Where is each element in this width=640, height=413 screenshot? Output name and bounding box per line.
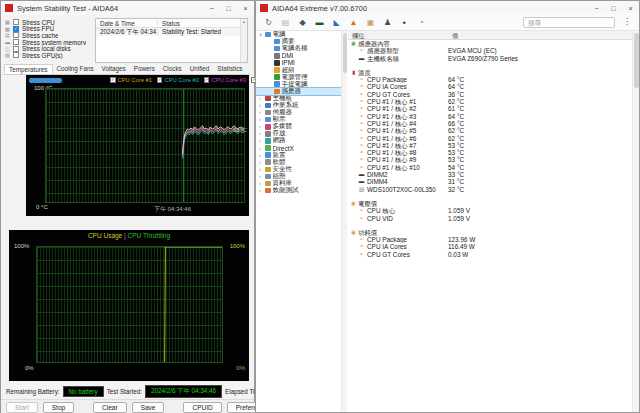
graph-hscrollbar-thumb[interactable]	[29, 78, 62, 83]
stress-checkbox[interactable]	[13, 46, 19, 52]
tab-voltages[interactable]: Voltages	[98, 64, 130, 74]
tree-item[interactable]: ›資料庫	[256, 180, 341, 187]
minimize-button[interactable]: −	[588, 1, 605, 15]
sensor-row[interactable]: ≈CPU IA Cores64 °C	[348, 83, 632, 90]
search-input[interactable]	[523, 17, 615, 28]
event-row[interactable]: 2024/2/6 下午 04:34… Stability Test: Start…	[96, 28, 247, 36]
tree-item[interactable]: ›裝置	[256, 152, 341, 159]
stress-checkbox[interactable]	[13, 32, 19, 38]
sensor-row[interactable]: ≈CPU Package64 °C	[348, 76, 632, 83]
sensor-row[interactable]: ≈CPU #1 / 核心 #662 °C	[348, 135, 632, 142]
maximize-button[interactable]: □	[605, 1, 622, 15]
refresh-icon[interactable]: ↻	[263, 18, 274, 27]
sensor-row[interactable]: ≈CPU GT Cores36 °C	[348, 91, 632, 98]
sensor-row[interactable]: ≈CPU #1 / 核心 #466 °C	[348, 120, 632, 127]
sensor-row[interactable]: ≈CPU #1 / 核心 #364 °C	[348, 113, 632, 120]
tree-item[interactable]: ›網路	[256, 137, 341, 144]
section-header-row[interactable]: ▮溫度	[348, 69, 632, 76]
tree-item[interactable]: ›伺服器	[256, 109, 341, 116]
gauge-icon[interactable]: ◔	[416, 18, 427, 27]
tree-item[interactable]: ›效能測試	[256, 187, 341, 194]
legend-checkbox[interactable]: ✓	[204, 77, 210, 83]
tree-scrollbar-thumb[interactable]	[343, 33, 347, 73]
sensor-row[interactable]: ≈CPU IA Cores116.49 W	[348, 243, 632, 250]
tree-item[interactable]: ›主機板	[256, 95, 341, 102]
overflow-menu-icon[interactable]: ⋮	[623, 17, 631, 26]
screenshot-icon[interactable]: ▪	[399, 18, 410, 27]
tree-item[interactable]: ∨電腦	[256, 31, 341, 38]
tab-statistics[interactable]: Statistics	[213, 64, 246, 74]
clear-button[interactable]: Clear	[93, 402, 127, 413]
save-button[interactable]: Save	[132, 402, 165, 413]
sensor-row[interactable]: ≈CPU VID1.059 V	[348, 215, 632, 222]
tree-item[interactable]: ›安全性	[256, 166, 341, 173]
stress-checkbox[interactable]	[13, 39, 19, 45]
event-table-scrollbar[interactable]: ▲	[240, 19, 247, 62]
stress-option-row[interactable]: ▦Stress CPU	[5, 19, 93, 26]
close-button[interactable]: ×	[622, 1, 639, 15]
fpu-icon: ▩	[5, 26, 13, 32]
sensor-row[interactable]: ≈CPU #1 / 核心 #953 °C	[348, 156, 632, 163]
stress-option-row[interactable]: ▤Stress cache	[5, 32, 93, 39]
tree-item[interactable]: ›軟體	[256, 159, 341, 166]
tree-item[interactable]: ›多媒體	[256, 123, 341, 130]
tab-unified[interactable]: Unified	[186, 64, 214, 74]
sensor-row[interactable]: ≈CPU #1 / 核心 #753 °C	[348, 142, 632, 149]
tree-item[interactable]: ›DirectX	[256, 145, 341, 152]
tree-item[interactable]: IPMI	[256, 59, 341, 66]
panel-scrollbar-thumb[interactable]	[634, 33, 639, 88]
stop-button[interactable]: Stop	[43, 402, 74, 413]
sensor-row[interactable]: ≈CPU #1 / 核心 #162 °C	[348, 98, 632, 105]
stress-checkbox[interactable]	[13, 52, 19, 58]
sensor-row[interactable]: ≈CPU #1 / 核心 #853 °C	[348, 149, 632, 156]
tree-item[interactable]: 電腦名稱	[256, 45, 341, 52]
section-header-row[interactable]: ◉感應器內容	[348, 40, 632, 47]
sensor-row[interactable]: ▤WDS100T2X0C-00L35032 °C	[348, 186, 632, 193]
sensor-row[interactable]: ≈CPU GT Cores0.03 W	[348, 251, 632, 258]
monitor-panel-icon[interactable]: ▬	[314, 18, 325, 27]
tree-scrollbar[interactable]	[341, 31, 347, 412]
maximize-button[interactable]: □	[220, 1, 237, 15]
stress-option-row[interactable]: ▩✓Stress FPU	[5, 26, 93, 33]
tree-item[interactable]: ›顯示	[256, 116, 341, 123]
tree-item[interactable]: ›存放	[256, 130, 341, 137]
stress-checkbox[interactable]	[13, 19, 19, 25]
tree-item[interactable]: ›組態	[256, 173, 341, 180]
tree-item[interactable]: 感應器	[256, 88, 341, 95]
tab-powers[interactable]: Powers	[130, 64, 159, 74]
sensor-row[interactable]: ≈感應器類型EVGA MCU (EC)	[348, 47, 632, 54]
tree-item[interactable]: ›作業系統	[256, 102, 341, 109]
minimize-button[interactable]: −	[203, 1, 220, 15]
pointer-icon[interactable]: ◣	[331, 18, 342, 27]
tree-item[interactable]: DMI	[256, 52, 341, 59]
panel-scrollbar[interactable]	[632, 31, 639, 412]
section-header-row[interactable]: ◉電壓值	[348, 200, 632, 207]
folder-icon[interactable]: ▣	[365, 18, 376, 27]
sensor-row[interactable]: ≈CPU Package123.96 W	[348, 236, 632, 243]
sensor-value: 64 °C	[448, 113, 464, 120]
sensor-row[interactable]: ≈CPU #1 / 核心 #261 °C	[348, 105, 632, 112]
close-button[interactable]: ×	[237, 1, 254, 15]
sensor-row[interactable]: ≈CPU 核心1.059 V	[348, 207, 632, 214]
stress-option-row[interactable]: ▧Stress GPU(s)	[5, 52, 93, 59]
tab-temperatures[interactable]: Temperatures	[4, 64, 53, 74]
sensor-row[interactable]: ≈CPU #1 / 核心 #562 °C	[348, 127, 632, 134]
section-header-row[interactable]: ◉功耗值	[348, 229, 632, 236]
legend-checkbox[interactable]: ✓	[110, 77, 116, 83]
tab-clocks[interactable]: Clocks	[159, 64, 186, 74]
temperature-plot	[45, 88, 245, 203]
stress-option-row[interactable]: ▬Stress system memory	[5, 39, 93, 46]
wand-icon[interactable]: ◆	[297, 18, 308, 27]
stress-option-row[interactable]: ◫Stress local disks	[5, 45, 93, 52]
sensor-row[interactable]: ▬DIMM431 °C	[348, 178, 632, 185]
user-icon[interactable]: ♟	[382, 18, 393, 27]
report-icon[interactable]: ▤	[280, 18, 291, 27]
tab-cooling-fans[interactable]: Cooling Fans	[53, 64, 98, 74]
stress-checkbox[interactable]: ✓	[13, 26, 19, 32]
flame-icon[interactable]: ▲	[348, 18, 359, 27]
cpuid-button[interactable]: CPUID	[183, 402, 221, 413]
legend-checkbox[interactable]: ✓	[157, 77, 163, 83]
sensor-row[interactable]: ▬DIMM233 °C	[348, 171, 632, 178]
sensor-row[interactable]: ≈CPU #1 / 核心 #1054 °C	[348, 164, 632, 171]
sensor-row[interactable]: ▬主機板名稱EVGA Z690/Z790 Series	[348, 55, 632, 62]
